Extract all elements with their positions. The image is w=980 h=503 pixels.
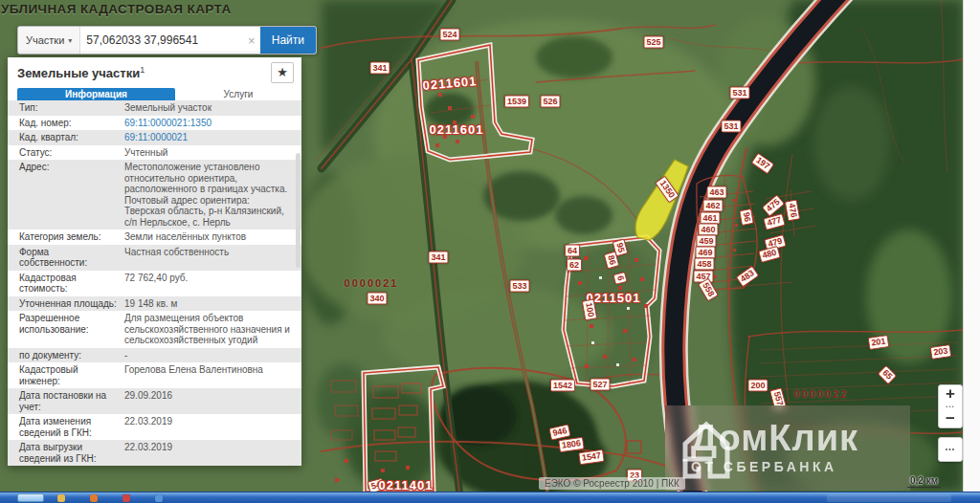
more-tools-button[interactable]: ••• [939,445,962,454]
page-title: УБЛИЧНАЯ КАДАСТРОВАЯ КАРТА [1,2,232,16]
info-value: 29.09.2016 [122,388,301,414]
info-row: Кад. номер:69:11:0000021:1350 [8,116,301,131]
info-row: Адрес:Местоположение установлено относит… [8,160,301,230]
info-row: Разрешенное использование:Для размещения… [8,311,301,348]
info-label: Кадастровый инженер: [8,362,122,388]
info-value-link[interactable]: 69:11:0000021:1350 [122,116,301,131]
app-window: 5245253410211601021160115395265315311971… [0,0,980,503]
info-label: Статус: [8,145,122,161]
info-table: Тип:Земельный участокКад. номер:69:11:00… [8,100,301,466]
info-row: Уточненная площадь:19 148 кв. м [8,296,301,312]
info-panel: Земельные участки1 ★ Информация Услуги Т… [8,57,301,466]
info-label: Кадастровая стоимость: [8,271,122,296]
info-value: Частная собственность [122,245,301,271]
tab-information[interactable]: Информация [17,88,175,100]
info-row: Форма собственности:Частная собственност… [8,245,301,271]
folder-icon[interactable] [57,494,65,502]
info-value: Местоположение установлено относительно … [122,160,301,230]
info-value-link[interactable]: 69:11:0000021 [122,130,301,145]
info-label: Тип: [8,100,122,116]
info-label: Кад. квартал: [8,130,122,145]
info-value: 72 762,40 руб. [122,271,301,296]
info-label: Уточненная площадь: [8,296,122,312]
info-value: - [122,348,301,363]
info-value: Земельный участок [122,100,301,116]
info-value: 19 148 кв. м [122,296,301,312]
taskbar [0,492,980,503]
info-row: Статус:Учтенный [8,145,301,161]
zoom-in-button[interactable]: + [939,385,962,403]
domclick-watermark: ДомКлик ОТ СБЕРБАНКА [681,419,858,474]
search-category-dropdown[interactable]: Участки ▾ [18,27,80,54]
clear-search-icon[interactable]: × [243,27,260,54]
info-label: Разрешенное использование: [8,311,122,348]
info-value: 22.03.2019 [122,440,301,466]
zoom-out-button[interactable]: − [939,410,962,427]
info-row: Тип:Земельный участок [8,100,301,116]
search-button[interactable]: Найти [260,27,316,54]
chevron-down-icon: ▾ [68,36,72,45]
info-label: Кад. номер: [8,116,122,131]
zoom-controls: + ••• − ••• [938,384,963,462]
info-value: 22.03.2019 [122,414,301,440]
info-label: Дата изменения сведений в ГКН: [8,414,122,440]
info-value: Горелова Елена Валентиновна [122,362,301,388]
taskbar-icons [57,494,163,502]
scrollbar-strip[interactable] [963,0,980,492]
map-scale-label: 0,2 км [907,475,941,488]
search-bar: Участки ▾ × Найти [17,26,317,55]
zoom-box: + ••• − [938,384,963,428]
info-row: Кад. квартал:69:11:0000021 [8,130,301,145]
taskbar-active-window-button[interactable] [17,493,44,502]
panel-scrollbar[interactable] [296,153,301,268]
info-value: Для размещения объектов сельскохозяйстве… [122,311,301,348]
info-label: Категория земель: [8,230,122,245]
info-row: Дата изменения сведений в ГКН:22.03.2019 [8,414,301,440]
panel-title: Земельные участки1 [17,65,145,80]
info-label: Адрес: [8,160,122,230]
info-row: Кадастровая стоимость:72 762,40 руб. [8,271,301,296]
favorite-star-button[interactable]: ★ [271,62,294,83]
info-label: Форма собственности: [8,245,122,271]
info-row: Дата выгрузки сведений из ГКН:22.03.2019 [8,440,301,466]
map-attribution: ЕЭКО © Росреестр 2010 | ПКК [539,477,685,490]
info-row: Дата постановки на учет:29.09.2016 [8,388,301,414]
info-label: Дата постановки на учет: [8,388,122,414]
search-input[interactable] [80,27,242,54]
tab-services[interactable]: Услуги [175,88,301,100]
info-row: по документу:- [8,348,301,363]
taskbar-tray[interactable] [827,494,951,502]
app-blue-icon[interactable] [155,494,163,502]
info-value: Учтенный [122,145,301,161]
info-value: Земли населённых пунктов [122,230,301,245]
more-tools-box: ••• [938,437,963,462]
app-red-icon[interactable] [122,494,130,502]
info-row: Кадастровый инженер:Горелова Елена Вален… [8,362,301,388]
panel-tabs: Информация Услуги [8,86,301,100]
search-category-label: Участки [26,34,64,46]
info-row: Категория земель:Земли населённых пункто… [8,230,301,245]
panel-title-count: 1 [140,65,145,75]
domclick-house-icon [681,419,731,480]
info-label: Дата выгрузки сведений из ГКН: [8,440,122,466]
info-label: по документу: [8,348,122,363]
app-orange-icon[interactable] [90,494,98,502]
